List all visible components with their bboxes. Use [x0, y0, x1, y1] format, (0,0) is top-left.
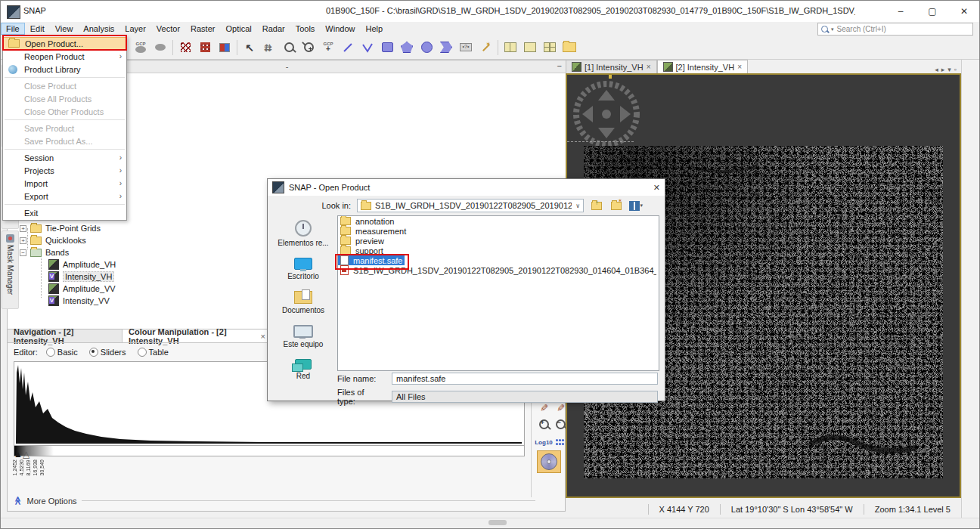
polygon-draw-icon[interactable]: [397, 39, 417, 57]
polygon-add-icon[interactable]: [436, 39, 456, 57]
tab-image-1[interactable]: [1] Intensity_VH ×: [566, 60, 657, 73]
view-menu-button[interactable]: ▾: [629, 200, 643, 212]
polyline-draw-icon[interactable]: [358, 39, 377, 57]
menu-item-exit[interactable]: Exit: [3, 206, 126, 219]
tree-item-amplitude-vv[interactable]: Amplitude_VV: [48, 283, 116, 294]
radio-table[interactable]: Table: [138, 348, 169, 357]
menu-edit[interactable]: Edit: [25, 23, 50, 35]
slider-handle-dark[interactable]: ▲: [14, 450, 23, 458]
place-documents[interactable]: Documentos: [273, 291, 333, 314]
menu-item-product-library[interactable]: Product Library: [3, 63, 126, 76]
tree-item-quicklooks[interactable]: + Quicklooks: [20, 235, 86, 246]
radio-basic[interactable]: Basic: [46, 348, 78, 357]
menu-layer[interactable]: Layer: [119, 23, 151, 35]
menu-view[interactable]: View: [50, 23, 79, 35]
minimize-button[interactable]: –: [885, 1, 916, 22]
menu-file[interactable]: File: [1, 23, 25, 35]
slider-handle-light[interactable]: △: [23, 450, 29, 458]
radio-sliders[interactable]: Sliders: [89, 348, 126, 357]
place-recent-items[interactable]: Elementos re...: [273, 220, 333, 247]
pin-manager-icon[interactable]: [150, 39, 170, 57]
menu-item-reopen-product[interactable]: Reopen Product›: [3, 50, 126, 63]
menu-item-projects[interactable]: Projects›: [3, 164, 126, 177]
palette-chooser-button[interactable]: [537, 450, 561, 473]
menu-optical[interactable]: Optical: [220, 23, 256, 35]
zoom-in-icon[interactable]: +: [535, 417, 552, 431]
maximize-view-icon[interactable]: ▫: [954, 66, 957, 73]
tree-item-bands[interactable]: − Bands: [20, 247, 69, 258]
menu-help[interactable]: Help: [360, 23, 388, 35]
search-input[interactable]: ▾ Search (Ctrl+I): [817, 23, 973, 36]
graph-builder-icon[interactable]: [175, 39, 195, 57]
menu-analysis[interactable]: Analysis: [78, 23, 119, 35]
up-one-level-button[interactable]: [590, 200, 603, 212]
menu-radar[interactable]: Radar: [257, 23, 290, 35]
tab-image-2[interactable]: [2] Intensity_VH ×: [657, 60, 749, 73]
place-desktop[interactable]: Escritorio: [273, 258, 333, 280]
menu-item-export[interactable]: Export›: [3, 190, 126, 203]
folder-row-preview[interactable]: preview: [338, 236, 659, 246]
file-row-report[interactable]: S1B_IW_GRDH_1SDV_20190122T082905_2019012…: [338, 265, 659, 275]
expand-icon[interactable]: +: [20, 237, 26, 244]
folder-row-support[interactable]: support: [338, 246, 659, 255]
gcp-manager-icon[interactable]: GCP: [131, 39, 150, 57]
tab-navigation[interactable]: Navigation - [2] Intensity_VH: [8, 329, 122, 343]
open-products-folder-icon[interactable]: [560, 39, 579, 57]
menu-item-open-product[interactable]: Open Product...: [3, 37, 126, 50]
panel-minimize-icon[interactable]: −: [557, 61, 562, 70]
close-button[interactable]: ✕: [949, 1, 979, 22]
tile-vertically-icon[interactable]: [520, 39, 540, 57]
pixel-info-icon[interactable]: •?•: [456, 39, 476, 57]
files-of-type-combobox[interactable]: All Files: [392, 391, 658, 403]
select-tool-icon[interactable]: ↖: [240, 39, 259, 57]
menu-item-session[interactable]: Session›: [3, 151, 126, 164]
tab-close-icon[interactable]: ×: [647, 63, 651, 71]
more-options-row[interactable]: ≪ More Options: [14, 496, 535, 506]
file-list[interactable]: annotation measurement preview support m…: [337, 215, 659, 371]
place-network[interactable]: Red: [273, 359, 333, 380]
scroll-tabs-right-icon[interactable]: ▸: [941, 66, 945, 73]
batch-processing-icon[interactable]: [195, 39, 215, 57]
tab-colour-manipulation[interactable]: Colour Manipulation - [2] Intensity_VH ×: [122, 329, 272, 343]
tree-item-intensity-vv[interactable]: Intensity_VV: [48, 295, 110, 306]
maximize-button[interactable]: ▢: [917, 1, 947, 22]
pan-tool-icon[interactable]: ⇅⇄: [259, 39, 279, 57]
tree-item-amplitude-vh[interactable]: Amplitude_VH: [48, 259, 116, 270]
pin-plus-icon[interactable]: +: [299, 39, 318, 57]
dock-tab-mask-manager[interactable]: Mask Manager: [2, 230, 19, 309]
tile-grid-icon[interactable]: [540, 39, 560, 57]
file-name-input[interactable]: manifest.safe: [392, 373, 658, 385]
place-this-pc[interactable]: Este equipo: [273, 325, 333, 348]
collapse-icon[interactable]: −: [20, 249, 26, 256]
zoom-tool-icon[interactable]: [279, 39, 299, 57]
log10-toggle[interactable]: Log10: [535, 435, 552, 449]
menu-raster[interactable]: Raster: [185, 23, 220, 35]
menu-window[interactable]: Window: [320, 23, 360, 35]
tree-item-tie-point-grids[interactable]: + Tie-Point Grids: [20, 223, 101, 234]
expand-icon[interactable]: +: [20, 225, 26, 232]
ellipse-draw-icon[interactable]: [417, 39, 436, 57]
menu-item-import[interactable]: Import›: [3, 177, 126, 190]
pan-compass-control[interactable]: [572, 79, 641, 149]
menu-tools[interactable]: Tools: [290, 23, 321, 35]
menu-vector[interactable]: Vector: [151, 23, 185, 35]
file-row-manifest[interactable]: manifest.safe: [338, 255, 659, 265]
folder-row-measurement[interactable]: measurement: [338, 226, 659, 236]
tab-list-dropdown-icon[interactable]: ▾: [947, 66, 951, 73]
line-draw-icon[interactable]: [338, 39, 358, 57]
magic-wand-icon[interactable]: ✶: [476, 39, 495, 57]
horizontal-scrollbar-thumb[interactable]: [488, 520, 507, 525]
folder-row-annotation[interactable]: annotation: [338, 216, 659, 226]
tree-item-intensity-vh[interactable]: Intensity_VH: [48, 271, 114, 282]
rectangle-draw-icon[interactable]: [377, 39, 397, 57]
look-in-combobox[interactable]: S1B_IW_GRDH_1SDV_20190122T082905_2019012…: [357, 199, 584, 212]
scroll-tabs-left-icon[interactable]: ◂: [935, 66, 938, 73]
new-folder-button[interactable]: [609, 200, 623, 212]
dialog-title-bar[interactable]: SNAP - Open Product ✕: [268, 179, 665, 196]
tab-close-icon[interactable]: ×: [737, 63, 742, 71]
read-product-icon[interactable]: [215, 39, 234, 57]
gcp-plus-icon[interactable]: GCP+: [318, 39, 338, 57]
tab-close-icon[interactable]: ×: [261, 332, 265, 341]
dialog-close-icon[interactable]: ✕: [653, 183, 660, 193]
tile-horizontally-icon[interactable]: [501, 39, 520, 57]
